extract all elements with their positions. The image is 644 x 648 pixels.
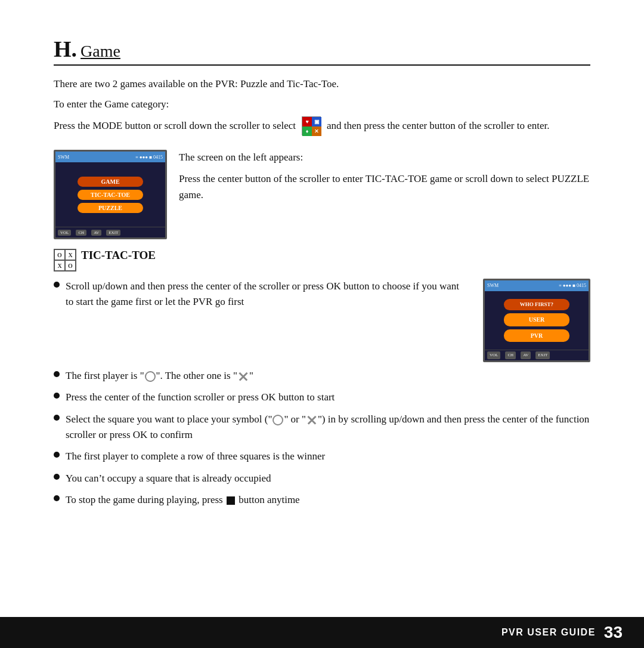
footer-page-number: 33 <box>604 623 623 642</box>
icon-cell-x: ✕ <box>312 126 321 136</box>
pvr-screen-2: SWM ≡ ●●● ■ 0415 WHO FIRST? USER PVR VOL… <box>483 279 590 362</box>
pvr-screen-2-content: WHO FIRST? USER PVR <box>485 291 589 350</box>
bullet-content-1: Scroll up/down and then press the center… <box>66 279 590 362</box>
pvr-menu-pvr-item: PVR <box>504 329 569 342</box>
bullet-7-pre: To stop the game during playing, press <box>66 494 223 505</box>
section-heading: H. Game <box>54 36 590 66</box>
ttt-icon-wrapper: O X X O <box>54 249 76 273</box>
bullet-dot-4 <box>54 415 60 421</box>
x-symbol <box>238 371 249 382</box>
bullet-2-post: " <box>249 370 253 381</box>
pvr-btn-exit: EXIT <box>106 230 120 236</box>
footer-guide-text: PVR User Guide <box>501 627 596 638</box>
pvr-btn-vol: VOL <box>58 230 71 236</box>
bullet-item-1: Scroll up/down and then press the center… <box>54 279 590 362</box>
bullet-7-post: button anytime <box>239 494 299 505</box>
intro-line-2: To enter the Game category: <box>54 97 590 112</box>
pvr-menu-user: USER <box>504 313 569 326</box>
stop-button-symbol <box>227 496 235 505</box>
pvr-screen-1: SWM ≡ ●●● ■ 0415 GAME TIC-TAC-TOE PUZZLE… <box>54 150 167 239</box>
icon-cell-heart: ♥ <box>302 117 312 126</box>
pvr-menu-ttt: TIC-TAC-TOE <box>78 190 143 200</box>
pvr-menu-who: WHO FIRST? <box>504 299 569 311</box>
icon-cell-green: ♦ <box>302 126 312 136</box>
pvr-screen-1-topbar: SWM ≡ ●●● ■ 0415 <box>55 152 165 162</box>
bullet-item-2: The first player is "". The other one is… <box>54 368 590 384</box>
heading-title: Game <box>80 42 120 61</box>
bullet-dot-1 <box>54 282 60 288</box>
bullet-item-5: The first player to complete a row of th… <box>54 449 590 464</box>
pvr-menu-game: GAME <box>78 177 143 187</box>
pvr-btn-av: AV <box>91 230 101 236</box>
ttt-section-header: O X X O TIC-TAC-TOE <box>54 249 590 273</box>
icon-cell-blue: ▣ <box>312 117 321 126</box>
heading-letter: H. <box>54 36 77 62</box>
page-footer: PVR User Guide 33 <box>0 617 644 648</box>
bullet-content-7: To stop the game during playing, press b… <box>66 492 590 508</box>
bullet-dot-2 <box>54 371 60 377</box>
pvr-screen-1-content: GAME TIC-TAC-TOE PUZZLE <box>55 162 165 227</box>
bullet-item-3: Press the center of the function scrolle… <box>54 390 590 405</box>
bullet-content-6: You can’t occupy a square that is alread… <box>66 471 590 486</box>
bullet-2-pre: The first player is " <box>66 370 144 381</box>
bullet-dot-5 <box>54 452 60 458</box>
bullet-item-6: You can’t occupy a square that is alread… <box>54 471 590 486</box>
ttt-cell-x2: X <box>55 261 64 270</box>
page: H. Game There are two 2 games available … <box>0 0 644 648</box>
intro-line-3: Press the MODE button or scroll down the… <box>54 116 590 135</box>
pvr-screen-2-bottombar: VOL CH AV EXIT <box>485 350 589 360</box>
ttt-cell-x: X <box>66 250 75 260</box>
pvr-screen-2-topbar: SWM ≡ ●●● ■ 0415 <box>485 280 589 291</box>
bullet-4-mid: " or " <box>284 414 306 425</box>
ttt-cell-o: O <box>55 250 64 260</box>
screen-body: Press the center button of the scroller … <box>179 171 590 203</box>
bullet-content-3: Press the center of the function scrolle… <box>66 390 590 405</box>
intro-line-1: There are two 2 games available on the P… <box>54 76 590 92</box>
bullet-4-pre: Select the square you want to place your… <box>66 414 272 425</box>
ttt-heading: TIC-TAC-TOE <box>81 249 156 268</box>
game-mode-icon: ♥ ▣ ♦ ✕ <box>299 116 323 135</box>
bullet-content-4: Select the square you want to place your… <box>66 412 590 443</box>
bullet-content-2: The first player is "". The other one is… <box>66 368 590 384</box>
pvr-btn-ch: CH <box>76 230 86 236</box>
pvr-menu-puzzle: PUZZLE <box>78 203 143 213</box>
bullet-item-4: Select the square you want to place your… <box>54 412 590 443</box>
bullet-2-mid: ". The other one is " <box>156 370 237 381</box>
bullet-dot-7 <box>54 495 60 501</box>
screen-right-description: The screen on the left appears: Press th… <box>179 150 590 203</box>
circle-symbol <box>145 371 156 382</box>
bullet-dot-6 <box>54 474 60 480</box>
game-screen-block: SWM ≡ ●●● ■ 0415 GAME TIC-TAC-TOE PUZZLE… <box>54 150 590 239</box>
circle-symbol-2 <box>273 415 283 425</box>
pvr-screen-1-bottombar: VOL CH AV EXIT <box>55 227 165 237</box>
intro-line-3-post: and then press the center button of the … <box>327 118 549 134</box>
ttt-cell-o2: O <box>66 261 75 270</box>
x-symbol-2 <box>306 415 317 425</box>
bullet-content-5: The first player to complete a row of th… <box>66 449 590 464</box>
bullet-1-text: Scroll up/down and then press the center… <box>66 279 467 310</box>
bullet-list: Scroll up/down and then press the center… <box>54 279 590 508</box>
intro-line-3-pre: Press the MODE button or scroll down the… <box>54 118 296 134</box>
screen-caption: The screen on the left appears: <box>179 150 590 165</box>
bullet-item-7: To stop the game during playing, press b… <box>54 492 590 508</box>
bullet-dot-3 <box>54 393 60 399</box>
